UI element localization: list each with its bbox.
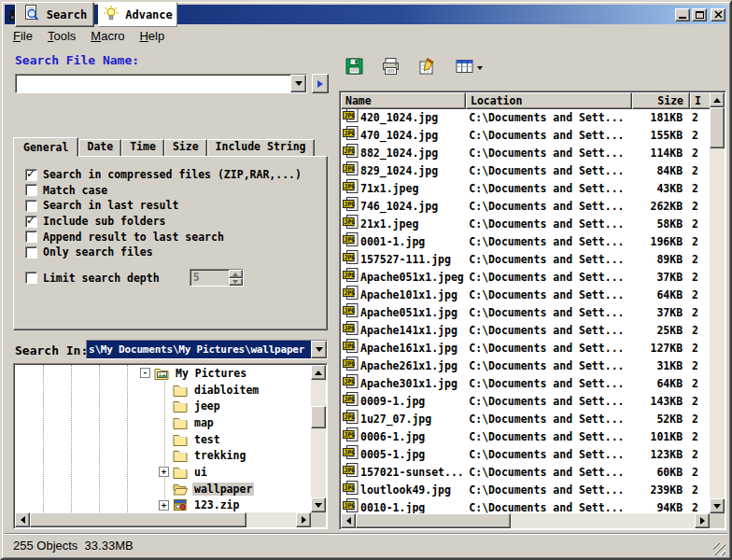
column-header-name[interactable]: Name (341, 92, 466, 109)
file-row-0001-1-jpg[interactable]: JPG0001-1.jpgC:\Documents and Sett...196… (341, 233, 710, 251)
file-name-combobox[interactable] (15, 74, 307, 93)
advance-button[interactable]: Advance (98, 2, 177, 27)
tree-vertical-scrollbar[interactable] (311, 365, 326, 512)
file-row-0006-1-jpg[interactable]: JPG0006-1.jpgC:\Documents and Sett...101… (341, 428, 710, 446)
file-row-1u27-07-jpg[interactable]: JPG1u27_07.jpgC:\Documents and Sett...52… (341, 411, 710, 428)
list-vscroll-thumb[interactable] (710, 107, 725, 148)
file-row-apache301x1-jpg[interactable]: JPGApache301x1.jpgC:\Documents and Sett.… (341, 375, 710, 393)
tree-item-my-pictures[interactable]: -My Pictures (15, 365, 311, 382)
maximize-button[interactable] (692, 8, 707, 21)
file-row-0005-1-jpg[interactable]: JPG0005-1.jpgC:\Documents and Sett...123… (341, 446, 710, 464)
folder-icon (173, 466, 188, 479)
tree-item-123-zip[interactable]: +123.zip (15, 497, 311, 513)
tree-item-wallpaper[interactable]: wallpaper (15, 481, 311, 497)
checkbox[interactable] (25, 246, 37, 259)
scroll-down-button[interactable] (311, 497, 326, 512)
checkbox[interactable]: ✓ (25, 216, 37, 228)
file-name-dropdown-button[interactable] (290, 75, 306, 92)
scroll-down-button[interactable] (710, 498, 725, 513)
file-row-apache141x1-jpg[interactable]: JPGApache141x1.jpgC:\Documents and Sett.… (341, 322, 710, 340)
file-row-420-1024-jpg[interactable]: JPG420_1024.jpgC:\Documents and Sett...1… (341, 109, 710, 127)
column-header-i[interactable]: I (690, 92, 711, 109)
option-label: Include sub folders (43, 215, 166, 228)
tab-size[interactable]: Size (164, 139, 207, 157)
svg-text:JPG: JPG (345, 431, 356, 439)
file-row-0010-1-jpg[interactable]: JPG0010-1.jpgC:\Documents and Sett...94K… (341, 499, 710, 513)
tree-horizontal-scrollbar[interactable] (15, 512, 311, 527)
list-hscroll-thumb[interactable] (356, 513, 511, 528)
resize-grip-icon[interactable] (713, 543, 725, 555)
file-row-0009-1-jpg[interactable]: JPG0009-1.jpgC:\Documents and Sett...143… (341, 393, 710, 411)
depth-value[interactable]: 5 (190, 270, 229, 286)
column-header-size[interactable]: Size (632, 92, 690, 109)
menu-item-help[interactable]: Help (132, 27, 172, 45)
tree-item-trekking[interactable]: trekking (15, 447, 311, 464)
close-button[interactable] (711, 8, 725, 21)
print-button[interactable] (378, 56, 402, 80)
depth-spinner[interactable]: 5 (190, 269, 244, 287)
tree-item-map[interactable]: map (15, 414, 311, 431)
checkbox[interactable] (25, 200, 37, 212)
go-arrow-button[interactable] (312, 74, 329, 93)
search-in-dropdown-button[interactable] (311, 341, 327, 358)
svg-text:JPG: JPG (345, 272, 356, 279)
scroll-right-button[interactable] (296, 512, 311, 527)
file-row-829-1024-jpg[interactable]: JPG829_1024.jpgC:\Documents and Sett...8… (341, 162, 710, 180)
file-row-71x1-jpeg[interactable]: JPG71x1.jpegC:\Documents and Sett...43KB… (341, 180, 710, 198)
scroll-up-button[interactable] (710, 92, 725, 107)
file-row-746-1024-jpg[interactable]: JPG746_1024.jpgC:\Documents and Sett...2… (341, 198, 710, 216)
file-row-apache051x1-jpeg[interactable]: JPGApache051x1.jpegC:\Documents and Sett… (341, 269, 710, 287)
tree-item-test[interactable]: test (15, 431, 311, 448)
tree-hscroll-thumb[interactable] (30, 512, 246, 527)
checkbox[interactable] (25, 184, 37, 196)
file-row-157527-111-jpg[interactable]: JPG157527-111.jpgC:\Documents and Sett..… (341, 251, 710, 269)
close-icon (714, 10, 723, 19)
limit-search-depth-checkbox[interactable] (25, 272, 37, 284)
file-name-cell: JPG882_1024.jpg (341, 144, 465, 163)
jpg-file-icon: JPG (343, 463, 359, 483)
tree-item-ui[interactable]: +ui (15, 464, 311, 481)
tab-date[interactable]: Date (78, 139, 121, 157)
list-vertical-scrollbar[interactable] (710, 92, 725, 513)
tab-time[interactable]: Time (121, 139, 164, 157)
scroll-left-button[interactable] (15, 512, 30, 527)
scroll-right-button[interactable] (695, 513, 710, 528)
search-in-combobox[interactable]: s\My Documents\My Pictures\wallpaper (86, 340, 328, 359)
tree-item-diabloitem[interactable]: diabloitem (15, 382, 311, 399)
file-row-apache261x1-jpg[interactable]: JPGApache261x1.jpgC:\Documents and Sett.… (341, 357, 710, 375)
file-row-470-1024-jpg[interactable]: JPG470_1024.jpgC:\Documents and Sett...1… (341, 127, 710, 145)
file-row-21x1-jpeg[interactable]: JPG21x1.jpegC:\Documents and Sett...58KB… (341, 216, 710, 233)
file-row-882-1024-jpg[interactable]: JPG882_1024.jpgC:\Documents and Sett...1… (341, 145, 710, 162)
depth-spin-down-button[interactable] (229, 278, 243, 287)
tree-vscroll-thumb[interactable] (311, 406, 326, 428)
file-row-apache161x1-jpg[interactable]: JPGApache161x1.jpgC:\Documents and Sett.… (341, 340, 710, 357)
file-row-loutlook49-jpg[interactable]: JPGloutlook49.jpgC:\Documents and Sett..… (341, 482, 710, 499)
tree-item-jeep[interactable]: jeep (15, 398, 311, 414)
scroll-left-button[interactable] (341, 513, 356, 528)
save-button[interactable] (342, 56, 366, 80)
file-location-cell: C:\Documents and Sett... (465, 287, 630, 304)
menu-item-macro[interactable]: Macro (83, 27, 132, 45)
checkbox[interactable]: ✓ (25, 169, 37, 181)
depth-spin-up-button[interactable] (229, 270, 243, 278)
list-horizontal-scrollbar[interactable] (341, 513, 710, 528)
file-row-apache051x1-jpg[interactable]: JPGApache051x1.jpgC:\Documents and Sett.… (341, 304, 710, 322)
search-button[interactable]: Search (15, 2, 94, 27)
columns-button[interactable] (451, 56, 486, 80)
file-row-157021-sunset[interactable]: JPG157021-sunset...C:\Documents and Sett… (341, 464, 710, 482)
expand-icon[interactable]: + (159, 467, 169, 477)
search-in-value[interactable]: s\My Documents\My Pictures\wallpaper (87, 341, 311, 358)
scroll-up-button[interactable] (311, 365, 326, 380)
expand-icon[interactable]: + (159, 500, 169, 511)
checkbox[interactable] (25, 231, 37, 243)
tab-include-string[interactable]: Include String (207, 139, 315, 157)
minimize-button[interactable] (675, 8, 690, 21)
edit-button[interactable] (415, 56, 439, 80)
file-row-apache101x1-jpg[interactable]: JPGApache101x1.jpgC:\Documents and Sett.… (341, 287, 710, 304)
tab-general[interactable]: General (13, 137, 78, 157)
column-header-location[interactable]: Location (466, 92, 632, 109)
collapse-icon[interactable]: - (140, 368, 150, 378)
file-name-value[interactable] (16, 75, 290, 92)
menu-item-tools[interactable]: Tools (40, 27, 83, 45)
menu-item-file[interactable]: File (6, 27, 40, 45)
